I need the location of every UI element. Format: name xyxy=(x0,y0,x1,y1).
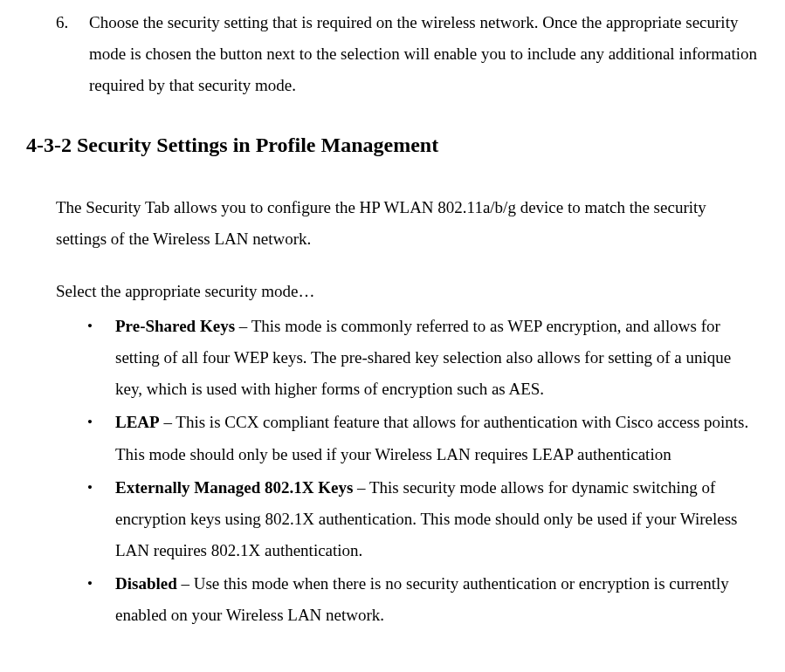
step-text: Choose the security setting that is requ… xyxy=(89,7,759,101)
step-number: 6. xyxy=(56,7,89,101)
intro-paragraph: The Security Tab allows you to configure… xyxy=(56,192,759,255)
bullet-icon: • xyxy=(87,568,115,631)
mode-desc: – This is CCX compliant feature that all… xyxy=(115,413,748,463)
list-item: • Pre-Shared Keys – This mode is commonl… xyxy=(87,311,759,405)
mode-name: Externally Managed 802.1X Keys xyxy=(115,478,353,497)
list-item-text: Externally Managed 802.1X Keys – This se… xyxy=(115,472,759,566)
mode-name: LEAP xyxy=(115,413,160,431)
list-item: • LEAP – This is CCX compliant feature t… xyxy=(87,407,759,470)
section-heading: 4-3-2 Security Settings in Profile Manag… xyxy=(26,126,759,166)
list-item-text: Disabled – Use this mode when there is n… xyxy=(115,568,759,631)
list-item-text: LEAP – This is CCX compliant feature tha… xyxy=(115,407,759,470)
mode-name: Disabled xyxy=(115,574,177,593)
bullet-icon: • xyxy=(87,311,115,405)
mode-desc: – Use this mode when there is no securit… xyxy=(115,574,729,624)
mode-name: Pre-Shared Keys xyxy=(115,317,235,335)
list-item-text: Pre-Shared Keys – This mode is commonly … xyxy=(115,311,759,405)
select-mode-line: Select the appropriate security mode… xyxy=(56,276,759,307)
security-mode-list: • Pre-Shared Keys – This mode is commonl… xyxy=(87,311,759,631)
bullet-icon: • xyxy=(87,472,115,566)
list-item: • Disabled – Use this mode when there is… xyxy=(87,568,759,631)
step-6: 6. Choose the security setting that is r… xyxy=(56,7,759,101)
list-item: • Externally Managed 802.1X Keys – This … xyxy=(87,472,759,566)
bullet-icon: • xyxy=(87,407,115,470)
